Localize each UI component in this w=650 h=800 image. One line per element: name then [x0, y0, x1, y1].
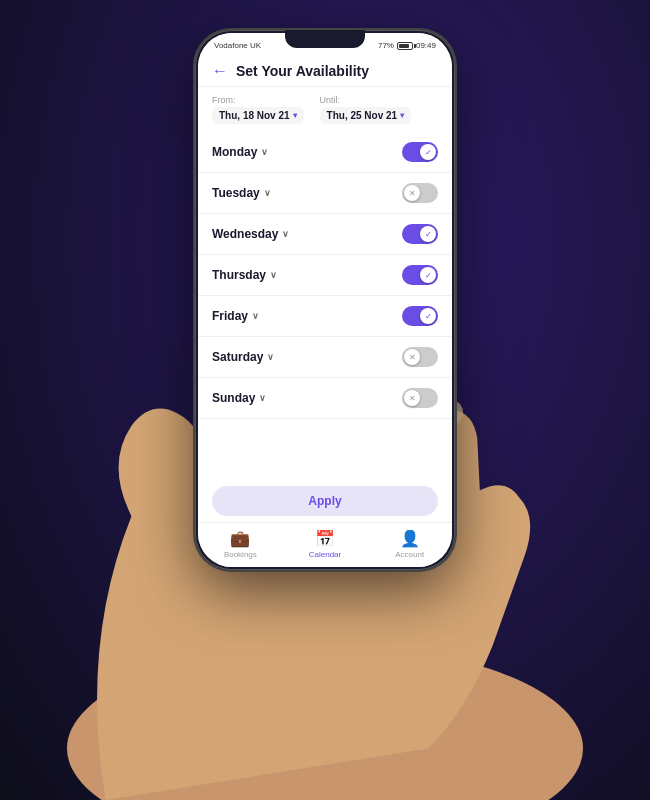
account-nav-icon: 👤 — [400, 529, 420, 548]
bottom-nav: 💼Bookings📅Calendar👤Account — [198, 522, 452, 567]
nav-item-calendar[interactable]: 📅Calendar — [283, 529, 368, 559]
bookings-nav-icon: 💼 — [230, 529, 250, 548]
day-name: Wednesday ∨ — [212, 227, 289, 241]
from-chevron-icon: ▾ — [293, 111, 297, 120]
from-date-group: From: Thu, 18 Nov 21 ▾ — [212, 95, 304, 124]
day-row[interactable]: Monday ∨✓ — [198, 132, 452, 173]
day-toggle[interactable]: ✕ — [402, 388, 438, 408]
until-chevron-icon: ▾ — [400, 111, 404, 120]
time-text: 09:49 — [416, 41, 436, 50]
nav-item-bookings[interactable]: 💼Bookings — [198, 529, 283, 559]
day-expand-chevron-icon: ∨ — [264, 188, 271, 198]
battery-percent: 77% — [378, 41, 394, 50]
day-row[interactable]: Thursday ∨✓ — [198, 255, 452, 296]
toggle-knob-icon: ✕ — [404, 185, 420, 201]
day-name: Friday ∨ — [212, 309, 259, 323]
day-row[interactable]: Saturday ∨✕ — [198, 337, 452, 378]
from-date-picker[interactable]: Thu, 18 Nov 21 ▾ — [212, 107, 304, 124]
battery-fill — [399, 44, 409, 48]
day-row[interactable]: Sunday ∨✕ — [198, 378, 452, 419]
day-expand-chevron-icon: ∨ — [252, 311, 259, 321]
calendar-nav-icon: 📅 — [315, 529, 335, 548]
until-date-group: Until: Thu, 25 Nov 21 ▾ — [320, 95, 412, 124]
day-row[interactable]: Wednesday ∨✓ — [198, 214, 452, 255]
day-row[interactable]: Friday ∨✓ — [198, 296, 452, 337]
day-toggle[interactable]: ✕ — [402, 347, 438, 367]
phone-screen: Vodafone UK 77% 09:49 ← Set Your Availab… — [198, 33, 452, 567]
nav-item-account[interactable]: 👤Account — [367, 529, 452, 559]
from-label: From: — [212, 95, 304, 105]
toggle-knob-icon: ✕ — [404, 390, 420, 406]
day-name: Monday ∨ — [212, 145, 268, 159]
from-date-value: Thu, 18 Nov 21 — [219, 110, 290, 121]
day-row[interactable]: Tuesday ∨✕ — [198, 173, 452, 214]
day-expand-chevron-icon: ∨ — [267, 352, 274, 362]
account-nav-label: Account — [395, 550, 424, 559]
toggle-knob-icon: ✕ — [404, 349, 420, 365]
phone-wrapper: Vodafone UK 77% 09:49 ← Set Your Availab… — [195, 30, 455, 570]
day-toggle[interactable]: ✓ — [402, 142, 438, 162]
battery-icon — [397, 42, 413, 50]
days-list: Monday ∨✓Tuesday ∨✕Wednesday ∨✓Thursday … — [198, 132, 452, 480]
carrier-text: Vodafone UK — [214, 41, 261, 50]
toggle-knob-icon: ✓ — [420, 144, 436, 160]
day-toggle[interactable]: ✓ — [402, 265, 438, 285]
day-name: Tuesday ∨ — [212, 186, 271, 200]
day-expand-chevron-icon: ∨ — [261, 147, 268, 157]
day-toggle[interactable]: ✓ — [402, 306, 438, 326]
app-header: ← Set Your Availability — [198, 54, 452, 87]
scene: Vodafone UK 77% 09:49 ← Set Your Availab… — [0, 0, 650, 800]
back-button[interactable]: ← — [212, 62, 228, 80]
toggle-knob-icon: ✓ — [420, 267, 436, 283]
phone-notch — [285, 30, 365, 48]
status-right: 77% 09:49 — [378, 41, 436, 50]
toggle-knob-icon: ✓ — [420, 308, 436, 324]
day-name: Sunday ∨ — [212, 391, 266, 405]
page-title: Set Your Availability — [236, 63, 369, 79]
day-expand-chevron-icon: ∨ — [270, 270, 277, 280]
until-date-value: Thu, 25 Nov 21 — [327, 110, 398, 121]
toggle-knob-icon: ✓ — [420, 226, 436, 242]
day-name: Thursday ∨ — [212, 268, 277, 282]
day-name: Saturday ∨ — [212, 350, 274, 364]
bookings-nav-label: Bookings — [224, 550, 257, 559]
date-range-section: From: Thu, 18 Nov 21 ▾ Until: Thu, 25 No… — [198, 87, 452, 132]
day-toggle[interactable]: ✓ — [402, 224, 438, 244]
day-expand-chevron-icon: ∨ — [259, 393, 266, 403]
day-expand-chevron-icon: ∨ — [282, 229, 289, 239]
day-toggle[interactable]: ✕ — [402, 183, 438, 203]
phone-frame: Vodafone UK 77% 09:49 ← Set Your Availab… — [195, 30, 455, 570]
apply-button[interactable]: Apply — [212, 486, 438, 516]
until-date-picker[interactable]: Thu, 25 Nov 21 ▾ — [320, 107, 412, 124]
until-label: Until: — [320, 95, 412, 105]
calendar-nav-label: Calendar — [309, 550, 341, 559]
